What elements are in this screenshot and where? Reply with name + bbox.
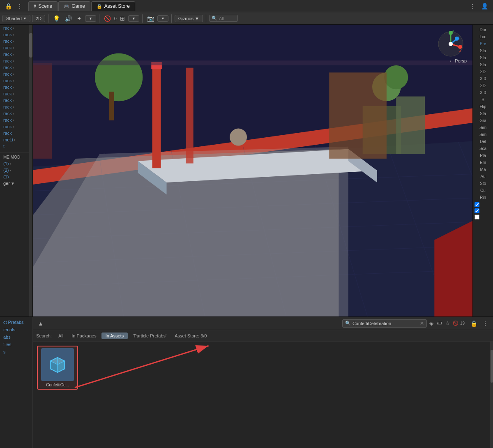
sidebar-item-12[interactable]: rack› [0,104,29,110]
inspector-loc: Loc [473,33,493,40]
tab-asset-store-label: Asset Store [104,3,130,9]
sidebar-item-10[interactable]: rack› [0,90,29,97]
sidebar-item-4[interactable]: rack› [0,51,29,58]
effects-icon[interactable]: ✦ [75,14,83,23]
search-tab-asset-store[interactable]: Asset Store: 3/0 [171,333,210,339]
project-scrollbar[interactable] [490,342,493,448]
chevron-icon-13: › [13,111,14,116]
search-tab-in-assets[interactable]: In Assets [101,333,128,339]
folder-tabs[interactable]: abs [2,334,31,340]
sidebar-item-14[interactable]: rack› [0,117,29,123]
folder-files[interactable]: files [2,342,31,347]
tab-game[interactable]: 🎮 Game [58,1,90,11]
hidden-assets-icon: 🚫 [453,321,458,326]
panel-lock-icon[interactable]: 🔒 [469,319,479,328]
panel-expand-icon[interactable]: ▲ [36,319,45,328]
sidebar-item-15[interactable]: rack› [0,123,29,130]
sidebar-item-6[interactable]: rack› [0,64,29,71]
sidebar-item-me1[interactable]: (1)› [0,160,29,167]
tab-bar-right: ⋮ 👤 [468,2,490,10]
inspector-del: Del [473,138,493,145]
sidebar-item-ger[interactable]: ger ▼ [0,180,29,187]
inspector-gra: Gra [473,117,493,124]
folder-s[interactable]: s [2,349,31,355]
chevron-icon-14: › [13,118,14,122]
sidebar-item-meli[interactable]: meLi› [0,136,29,143]
asset-search-box[interactable]: 🔍 ✕ [342,319,427,328]
camera-dropdown[interactable]: ▼ [157,15,168,22]
asset-search-input[interactable] [352,321,418,326]
inspector-rin: Rin [473,194,493,201]
search-favorites-icon[interactable]: ☆ [445,319,451,327]
scene-search-input[interactable] [219,16,235,21]
folder-materials[interactable]: terials [2,327,31,333]
inspector-sta1: Sta [473,47,493,54]
inspector-checkboxes [473,201,493,221]
inspector-pla: Pla [473,152,493,159]
sidebar-item-11[interactable]: rack› [0,97,29,104]
project-content: ▲ 🔍 ✕ ◈ 🏷 ☆ 🚫 19 🔒 ⋮ Search: All [33,317,493,448]
menu-dots-icon[interactable]: ⋮ [15,2,24,10]
sidebar-item-1[interactable]: rack› [0,31,29,38]
sidebar-item-me3[interactable]: (1) [0,173,29,180]
chevron-icon-7: › [13,72,14,76]
lock-icon[interactable]: 🔒 [3,2,14,10]
tab-bar: 🔒 ⋮ # Scene 🎮 Game 🔒 Asset Store ⋮ 👤 [0,0,493,12]
tab-game-label: Game [71,3,85,9]
search-tab-all[interactable]: All [55,333,67,339]
chevron-icon-ger: ▼ [11,181,15,186]
sidebar-item-3[interactable]: rack› [0,44,29,51]
hierarchy-scrollbar[interactable] [29,25,32,316]
sidebar-item-9[interactable]: rack› [0,84,29,90]
sidebar-item-5[interactable]: rack› [0,58,29,64]
grid-icon[interactable]: ⊞ [118,14,127,23]
asset-item-confetti[interactable]: ConfettiCe... [37,346,78,390]
scene-search-box[interactable]: 🔍 [209,15,238,22]
hierarchy-items: rack› rack› rack› rack› rack› rack› rack… [0,25,29,316]
search-by-label-icon[interactable]: 🏷 [436,319,443,327]
checkbox-1[interactable] [475,202,479,207]
inspector-au: Au [473,173,493,180]
inspector-sto: Sto [473,180,493,187]
sidebar-item-7[interactable]: rack› [0,71,29,77]
grid-dropdown[interactable]: ▼ [128,15,139,22]
sidebar-item-13[interactable]: rack› [0,110,29,117]
folder-prefabs[interactable]: ct Prefabs [2,319,31,325]
search-by-type-icon[interactable]: ◈ [428,319,434,327]
hidden-icon[interactable]: 🚫 [102,14,113,23]
hidden-count: 0 [114,16,117,21]
chevron-icon-meli: › [14,138,15,142]
2d-button[interactable]: 2D [32,15,45,22]
search-tab-in-packages[interactable]: In Packages [68,333,100,339]
chevron-icon-4: › [13,52,14,57]
hierarchy-panel: rack› rack› rack› rack› rack› rack› rack… [0,25,33,316]
lighting-icon[interactable]: 💡 [51,14,62,23]
checkbox-3[interactable] [475,215,479,219]
more-options-icon[interactable]: ⋮ [468,2,477,10]
camera-icon[interactable]: 📷 [145,14,156,23]
account-icon[interactable]: 👤 [479,2,490,10]
shaded-dropdown[interactable]: Shaded ▼ [2,15,30,22]
effects-dropdown[interactable]: ▼ [85,15,96,22]
tab-asset-store[interactable]: 🔒 Asset Store [91,1,135,11]
audio-icon[interactable]: 🔊 [63,14,74,23]
svg-rect-30 [329,72,387,159]
checkbox-row-2 [475,208,491,213]
sidebar-item-me2[interactable]: (2)› [0,167,29,173]
panel-menu-icon[interactable]: ⋮ [481,319,490,328]
inspector-3d2: 3D [473,82,493,89]
inspector-sim1: Sim [473,124,493,131]
asset-thumbnail [41,348,74,381]
search-tab-particle-prefabs[interactable]: 'Particle Prefabs' [129,333,170,339]
sidebar-item-8[interactable]: rack› [0,77,29,84]
tab-scene[interactable]: # Scene [28,1,58,11]
effects-arrow: ▼ [89,16,92,21]
scene-viewport[interactable]: y z x ← Persp [33,25,472,316]
checkbox-2[interactable] [475,208,479,213]
sidebar-item-16[interactable]: rack [0,130,29,136]
search-clear-icon[interactable]: ✕ [420,321,424,326]
gizmos-button[interactable]: Gizmos ▼ [175,15,203,22]
sidebar-item-2[interactable]: rack› [0,38,29,44]
sidebar-item-0[interactable]: rack› [0,25,29,31]
sidebar-item-t[interactable]: t [0,143,29,150]
